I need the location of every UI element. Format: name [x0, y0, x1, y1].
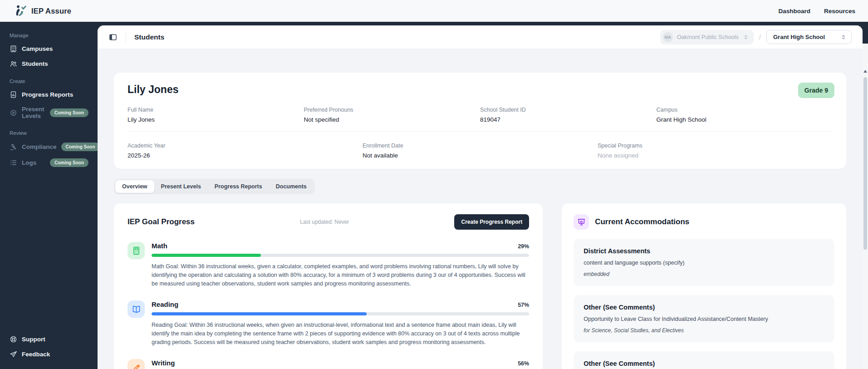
book-icon: [128, 300, 145, 318]
nav-dashboard-link[interactable]: Dashboard: [778, 8, 810, 15]
lifebuoy-icon: [10, 335, 17, 343]
main-canvas: Manage Campuses Students Create: [0, 22, 868, 369]
progress-bar-fill: [152, 254, 261, 257]
field-special-programs: Special Programs None assigned: [598, 143, 833, 159]
sidebar-section-manage: Manage: [0, 25, 98, 41]
page-content: Lily Jones Grade 9 Full Name Lily Jones …: [98, 49, 863, 369]
student-card: Lily Jones Grade 9 Full Name Lily Jones …: [114, 73, 846, 169]
divider: [128, 131, 833, 132]
goal-body: Reading 57% Reading Goal: Within 36 inst…: [152, 300, 529, 347]
sidebar: Manage Campuses Students Create: [0, 22, 98, 369]
iep-goal-progress-card: IEP Goal Progress Last updated: Never Cr…: [114, 203, 543, 369]
accommodation-item: Other (See Comments) In Class Support by…: [574, 351, 834, 369]
field-value: 2025-26: [128, 152, 363, 159]
accommodation-description: content and language supports (specify): [584, 260, 824, 266]
pencil-icon: [128, 359, 145, 369]
calculator-icon: [128, 242, 145, 259]
page-title: Students: [134, 33, 164, 41]
accommodations-header: Current Accommodations: [574, 214, 834, 230]
tab-progress-reports[interactable]: Progress Reports: [208, 180, 269, 193]
field-label: Campus: [657, 107, 833, 113]
current-accommodations-card: Current Accommodations District Assessme…: [562, 203, 846, 369]
goal-subject: Reading: [152, 300, 178, 308]
goal-row-reading: Reading 57% Reading Goal: Within 36 inst…: [128, 300, 529, 347]
sidebar-footer: Support Feedback: [0, 332, 98, 362]
gavel-icon: [10, 143, 17, 151]
goal-percentage: 57%: [518, 302, 529, 308]
sidebar-item-label: Students: [22, 60, 48, 67]
goal-top: Math 29%: [152, 242, 529, 250]
sidebar-section-create: Create: [0, 71, 98, 87]
progress-bar-track: [152, 312, 529, 315]
field-academic-year: Academic Year 2025-26: [128, 143, 363, 159]
goal-subject: Writing: [152, 359, 175, 367]
goal-description: Reading Goal: Within 36 instructional we…: [152, 321, 529, 347]
sidebar-item-label: Campuses: [22, 45, 53, 52]
sidebar-item-label: Present Levels: [22, 106, 45, 119]
sidebar-item-students[interactable]: Students: [0, 56, 98, 71]
sidebar-item-progress-reports[interactable]: Progress Reports: [0, 87, 98, 102]
field-label: Preferred Pronouns: [304, 107, 481, 113]
accommodation-title: Other (See Comments): [584, 304, 824, 311]
goal-row-writing: Writing 56% Writing Goal: Within 36 inst…: [128, 359, 529, 369]
breadcrumb-separator: /: [759, 33, 761, 41]
sidebar-item-campuses[interactable]: Campuses: [0, 41, 98, 56]
accommodation-title: Other (See Comments): [584, 360, 824, 367]
accommodation-item: District Assessments content and languag…: [574, 239, 834, 286]
create-progress-report-button[interactable]: Create Progress Report: [454, 214, 529, 230]
tab-documents[interactable]: Documents: [269, 180, 314, 193]
goal-row-math: Math 29% Math Goal: Within 36 instructio…: [128, 242, 529, 288]
student-tabs: Overview Present Levels Progress Reports…: [114, 179, 315, 194]
sidebar-item-logs[interactable]: Logs Coming Soon: [0, 155, 98, 171]
field-label: Enrollment Date: [363, 143, 598, 149]
goal-percentage: 29%: [518, 243, 529, 250]
district-select[interactable]: OA Oakmont Public Schools: [660, 30, 754, 44]
accommodation-description: Opportunity to Leave Class for Individua…: [584, 316, 824, 322]
sidebar-toggle-icon[interactable]: [108, 33, 118, 42]
field-label: Academic Year: [128, 143, 363, 149]
accommodation-note: embedded: [584, 271, 824, 277]
brand-name: IEP Assure: [31, 7, 71, 15]
tab-present-levels[interactable]: Present Levels: [154, 180, 208, 193]
sidebar-item-feedback[interactable]: Feedback: [0, 347, 98, 362]
progress-bar-track: [152, 254, 529, 257]
report-icon: [10, 91, 17, 98]
scroll-up-arrow-icon[interactable]: [863, 70, 867, 73]
field-campus: Campus Grant High School: [657, 107, 833, 123]
sidebar-item-support[interactable]: Support: [0, 332, 98, 347]
goal-top: Writing 56%: [152, 359, 529, 367]
goal-description: Math Goal: Within 36 instructional weeks…: [152, 262, 529, 288]
sidebar-item-label: Feedback: [22, 351, 50, 358]
students-icon: [10, 60, 17, 68]
field-enrollment-date: Enrollment Date Not available: [363, 143, 598, 159]
campus-select[interactable]: Grant High School: [766, 30, 852, 44]
chevron-updown-icon: [743, 34, 749, 40]
sidebar-item-present-levels[interactable]: Present Levels Coming Soon: [0, 102, 98, 123]
topbar-divider: [126, 32, 126, 43]
goal-percentage: 56%: [518, 360, 529, 367]
sidebar-item-compliance[interactable]: Compliance Coming Soon: [0, 139, 98, 155]
field-value: Grant High School: [657, 116, 833, 123]
field-value: Lily Jones: [128, 116, 304, 123]
vertical-scrollbar[interactable]: [863, 44, 868, 369]
scrollbar-thumb[interactable]: [863, 77, 867, 250]
tab-overview[interactable]: Overview: [115, 180, 154, 193]
goals-title: IEP Goal Progress: [128, 217, 195, 226]
field-value: Not available: [363, 152, 598, 159]
main-card: Students OA Oakmont Public Schools / Gra…: [98, 25, 863, 369]
sidebar-item-label: Support: [22, 336, 45, 343]
presentation-icon: [574, 214, 589, 230]
brand[interactable]: IEP Assure: [14, 5, 71, 17]
grade-badge: Grade 9: [798, 83, 834, 98]
goals-header: IEP Goal Progress Last updated: Never Cr…: [128, 214, 529, 230]
accommodations-title: Current Accommodations: [595, 217, 689, 226]
building-icon: [10, 45, 17, 53]
goal-subject: Math: [152, 242, 167, 250]
coming-soon-badge: Coming Soon: [50, 108, 88, 117]
app-header: IEP Assure Dashboard Resources: [0, 0, 868, 22]
nav-resources-link[interactable]: Resources: [824, 8, 855, 15]
accommodation-item: Other (See Comments) Opportunity to Leav…: [574, 295, 834, 342]
accommodation-note: for Science, Social Studies, and Electiv…: [584, 327, 824, 334]
brand-logo-icon: [14, 5, 27, 17]
field-label: Special Programs: [598, 143, 833, 149]
